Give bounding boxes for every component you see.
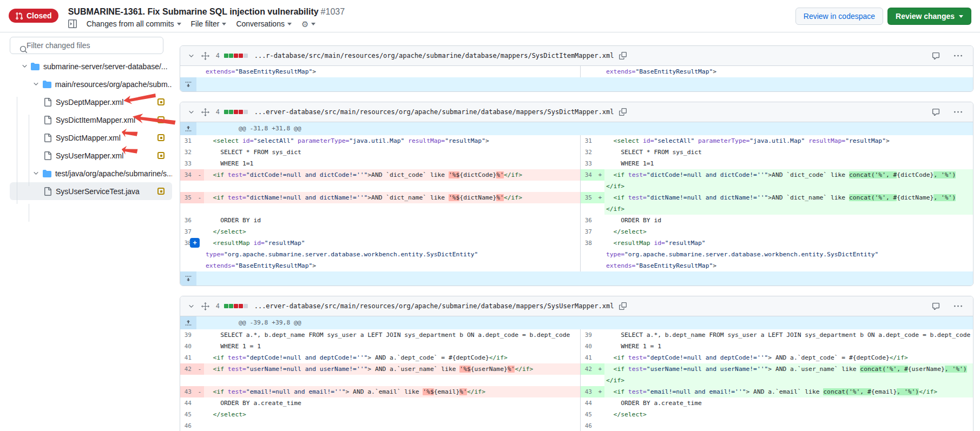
new-diff-marker [596,341,604,352]
code-segment: SELECT a.*, b.dept_name FROM sys_user a … [206,331,570,339]
chevron-down-icon [287,23,292,25]
new-diff-marker: + [596,169,604,192]
copy-path-button[interactable] [618,107,628,117]
code-segment: concat('%', # [849,194,897,201]
sidebar-item-sysuserservicetest-java[interactable]: SysUserServiceTest.java [10,182,172,200]
drag-handle[interactable] [200,301,211,311]
diff-row: 40 WHERE 1 = 140 WHERE 1 = 1 [180,341,973,352]
expand-row [180,77,973,91]
diff-marker [596,397,604,409]
code-segment: </if> [606,377,624,384]
old-code-cell: <if test="email!=null and email!=''"> AN… [204,386,580,397]
code-segment: > AND a.`user_name` like [367,366,459,373]
sidebar-item-sysusermapper-xml[interactable]: SysUserMapper.xml [10,147,172,164]
code-segment [606,137,614,144]
line-number: 34 [581,169,596,181]
collapse-file-button[interactable] [187,302,196,311]
code-segment: </select> [614,228,647,235]
tree-item-label: test/java/org/apache/submarine/s... [55,169,172,178]
folder-icon [31,62,40,71]
comment-button[interactable] [931,301,941,311]
file-filter-label: File filter [191,19,220,28]
pr-status-label: Closed [27,11,52,20]
kebab-menu-button[interactable] [953,107,963,117]
code-content: <select id="selectAll" parameterType="ja… [604,135,973,147]
code-segment: test= [628,388,647,395]
code-line: <if test="dictCode!=null and dictCode!='… [206,169,580,181]
new-line-number: 31 [581,135,596,147]
code-segment [606,240,614,247]
diff-marker [596,352,604,363]
code-content [604,420,973,431]
review-changes-button[interactable]: Review changes [887,8,971,25]
code-line: extends="BaseEntityResultMap"> [206,260,580,271]
sidebar-item-submarine-server-server-database[interactable]: submarine-server/server-database/... [10,57,172,75]
code-line: WHERE 1 = 1 [206,341,580,352]
sidebar-item-sysdeptmapper-xml[interactable]: SysDeptMapper.xml [10,93,172,111]
new-line-number: 37 [581,226,596,237]
new-code-cell: <if test="email!=null and email!=''"> AN… [604,386,973,397]
chevron-down-icon[interactable] [32,170,40,177]
diff-row: 31 <select id="selectAll" parameterType=… [180,135,973,147]
collapse-file-button[interactable] [187,51,196,61]
add-comment-button[interactable]: + [190,238,200,248]
sidebar-item-test-java-org-apache-submarine-s[interactable]: test/java/org/apache/submarine/s... [10,164,172,182]
new-line-number: 45 [581,409,596,420]
kebab-menu-button[interactable] [953,301,963,311]
line-number: 34 [180,169,195,181]
code-segment: > [886,137,890,144]
chevron-down-icon[interactable] [21,63,28,70]
expand-up-button[interactable] [180,122,196,135]
new-line-number: 36 [581,215,596,226]
diff-marker [596,420,604,431]
new-line-number: 38 [581,237,596,271]
file-filter-menu[interactable]: File filter [191,19,227,28]
drag-handle[interactable] [200,51,211,61]
code-segment [206,137,213,144]
changes-from-menu[interactable]: Changes from all commits [87,19,181,28]
code-line: </if> [606,181,973,192]
file-status-modified-icon [157,188,165,195]
conversations-menu[interactable]: Conversations [236,19,292,28]
diff-settings-menu[interactable]: ⚙ [301,20,315,28]
copy-path-button[interactable] [618,51,628,61]
file-path: ...erver-database/src/main/resources/org… [254,302,614,310]
expand-down-button[interactable] [180,77,196,91]
code-segment: test= [628,171,647,178]
file-tree-sidebar: submarine-server/server-database/...main… [0,32,172,431]
diff-marker [596,409,604,420]
sidebar-item-main-resources-org-apache-subm[interactable]: main/resources/org/apache/subm... [10,75,172,93]
new-diff-marker [596,397,604,409]
new-code-cell: <resultMap id="resultMap"type="org.apach… [604,237,973,271]
diff-row: 35- <if test="dictName!=null and dictNam… [180,192,973,215]
code-segment: </if> [515,366,533,373]
code-content: </select> [604,226,973,237]
code-segment: >AND `dict_code` like [367,171,449,178]
comment-button[interactable] [931,107,941,117]
sidebar-item-sysdictmapper-xml[interactable]: SysDictMapper.xml [10,129,172,147]
kebab-menu-button[interactable] [953,51,963,61]
review-in-codespace-button[interactable]: Review in codespace [795,8,883,25]
old-diff-marker [195,158,204,169]
copy-path-button[interactable] [618,301,628,311]
diff-file-card-sysusermapper-xml: 4...erver-database/src/main/resources/or… [180,296,974,431]
file-filter-input[interactable] [10,37,163,54]
file-tree-toggle-button[interactable] [68,19,77,28]
chevron-down-icon [177,23,181,25]
new-line-number: 42 [581,363,596,386]
code-segment: <if [213,354,228,361]
sidebar-item-sysdictitemmapper-xml[interactable]: SysDictItemMapper.xml [10,111,172,129]
expand-up-button[interactable] [180,316,196,329]
drag-handle[interactable] [200,107,211,117]
old-diff-marker [195,147,204,158]
chevron-down-icon[interactable] [32,81,40,88]
old-line-number: 34 [180,169,195,192]
tree-item-label: SysUserMapper.xml [56,151,123,160]
collapse-file-button[interactable] [187,108,196,117]
comment-button[interactable] [931,51,941,61]
code-segment: ORDER BY id [606,217,661,224]
code-segment: concat('%', # [860,366,907,373]
code-line: <if test="dictName!=null and dictName!='… [206,192,580,203]
code-segment: test= [628,194,647,201]
expand-down-button[interactable] [180,271,196,286]
